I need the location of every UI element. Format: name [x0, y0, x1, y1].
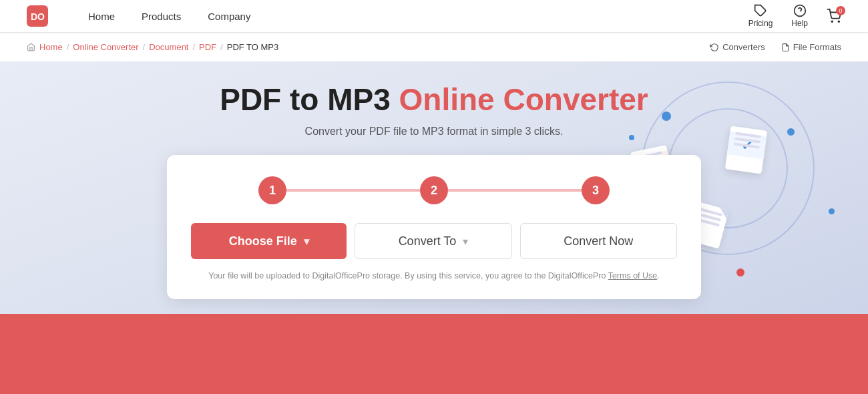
svg-text:DO: DO	[31, 11, 45, 22]
convert-now-label: Convert Now	[564, 234, 633, 248]
pricing-nav[interactable]: Pricing	[748, 4, 773, 28]
terms-link[interactable]: Terms of Use	[608, 271, 658, 280]
dot-red-bottom	[736, 268, 744, 276]
step-1: 1	[258, 176, 286, 204]
convert-to-button[interactable]: Convert To ▾	[355, 223, 511, 259]
breadcrumb-current: PDF TO MP3	[227, 42, 279, 52]
convert-to-chevron: ▾	[463, 235, 468, 248]
help-icon	[793, 4, 807, 17]
hero-subtitle: Convert your PDF file to MP3 format in s…	[0, 126, 868, 138]
pricing-label: Pricing	[748, 19, 773, 28]
breadcrumb-home[interactable]: Home	[39, 42, 63, 52]
svg-point-6	[838, 21, 839, 22]
hero-title-accent: Online Converter	[399, 82, 648, 117]
convert-to-label: Convert To	[399, 234, 457, 248]
hero-title: PDF to MP3 Online Converter	[0, 81, 868, 118]
breadcrumb-right: Converters File Formats	[710, 42, 841, 52]
nav-products[interactable]: Products	[142, 11, 181, 22]
actions-row: Choose File ▾ Convert To ▾ Convert Now	[191, 223, 677, 259]
nav-company[interactable]: Company	[208, 11, 250, 22]
breadcrumb-bar: Home / Online Converter / Document / PDF…	[0, 32, 868, 61]
svg-point-5	[831, 21, 833, 22]
header-right: Pricing Help 0	[748, 4, 841, 28]
choose-file-label: Choose File	[229, 234, 297, 248]
breadcrumb: Home / Online Converter / Document / PDF…	[27, 42, 278, 52]
home-icon	[27, 43, 35, 51]
breadcrumb-document[interactable]: Document	[149, 42, 188, 52]
hero-section: PDF to MP3 Online Converter Convert your…	[0, 61, 868, 394]
step-line-2	[448, 189, 582, 192]
cart-badge: 0	[836, 6, 845, 15]
red-band	[0, 314, 868, 394]
steps-row: 1 2 3	[191, 176, 677, 204]
header: DO Home Products Company Pricing Help	[0, 0, 868, 32]
breadcrumb-sep-3: /	[192, 42, 195, 52]
choose-file-button[interactable]: Choose File ▾	[191, 223, 347, 259]
disclaimer: Your file will be uploaded to DigitalOff…	[191, 271, 677, 280]
file-formats-link[interactable]: File Formats	[781, 42, 841, 52]
choose-file-chevron: ▾	[304, 235, 309, 248]
breadcrumb-sep-2: /	[143, 42, 146, 52]
step-2: 2	[420, 176, 448, 204]
step-3: 3	[582, 176, 610, 204]
help-nav[interactable]: Help	[791, 4, 808, 28]
step-line-1	[286, 189, 420, 192]
disclaimer-end: .	[657, 271, 659, 280]
nav-home[interactable]: Home	[88, 11, 115, 22]
dot-blue-far	[829, 208, 835, 214]
logo[interactable]: DO	[27, 5, 48, 27]
converter-card: 1 2 3 Choose File ▾ Convert To ▾ Convert…	[167, 155, 701, 299]
help-label: Help	[791, 19, 808, 28]
refresh-icon	[710, 43, 719, 52]
file-icon	[781, 43, 790, 52]
breadcrumb-sep-1: /	[67, 42, 69, 52]
breadcrumb-pdf[interactable]: PDF	[199, 42, 216, 52]
hero-title-text: PDF to MP3	[220, 82, 399, 117]
convert-now-button[interactable]: Convert Now	[520, 223, 677, 259]
breadcrumb-sep-4: /	[220, 42, 223, 52]
breadcrumb-online-converter[interactable]: Online Converter	[73, 42, 138, 52]
converters-link[interactable]: Converters	[710, 42, 765, 52]
disclaimer-text: Your file will be uploaded to DigitalOff…	[208, 271, 608, 280]
cart-nav[interactable]: 0	[827, 9, 841, 23]
header-left: DO Home Products Company	[27, 5, 748, 27]
tag-icon	[754, 4, 767, 17]
